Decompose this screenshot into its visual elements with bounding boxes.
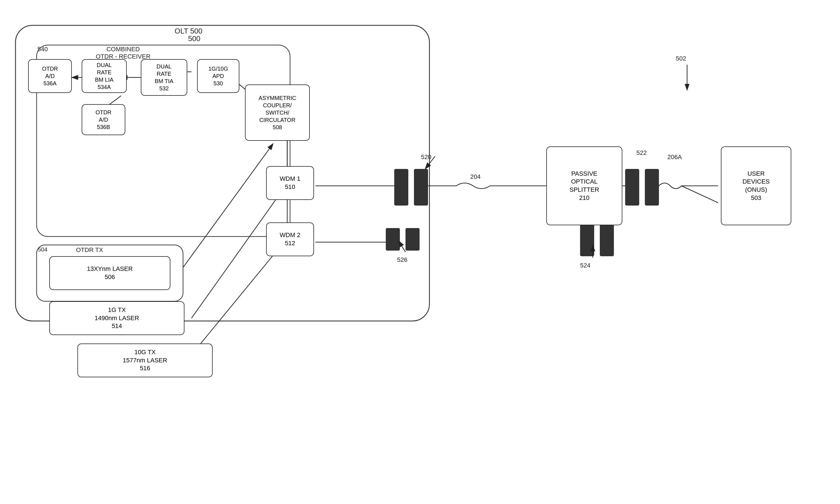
user-devices-box: USERDEVICES(ONUS)503 (721, 146, 791, 225)
passive-splitter-box: PASSIVEOPTICALSPLITTER210 (546, 146, 622, 225)
asym-coupler-label: ASYMMETRICCOUPLER/SWITCH/CIRCULATOR508 (258, 94, 296, 131)
dual-rate-bm-tia-box: DUALRATEBM TIA532 (141, 59, 187, 96)
num-502-label: 502 (676, 55, 686, 62)
apd-530-label: 1G/10GAPD530 (208, 65, 228, 87)
dual-rate-bm-tia-label: DUALRATEBM TIA532 (155, 63, 173, 92)
svg-line-9 (183, 144, 273, 268)
tx-10g-label: 10G TX1577nm LASER516 (123, 348, 167, 373)
svg-rect-19 (645, 169, 659, 205)
tx-10g-box: 10G TX1577nm LASER516 (77, 343, 213, 377)
svg-line-11 (192, 245, 282, 355)
combined-otdr-num: 540 (37, 46, 48, 53)
wdm2-label: WDM 2512 (280, 231, 300, 247)
otdr-ad-536a-box: OTDRA/D536A (28, 59, 72, 93)
otdr-tx-label: OTDR TX (76, 246, 103, 254)
otdr-ad-536b-box: OTDRA/D536B (82, 104, 125, 135)
num-204-label: 204 (470, 173, 481, 180)
passive-splitter-label: PASSIVEOPTICALSPLITTER210 (569, 170, 599, 202)
apd-530-box: 1G/10GAPD530 (197, 59, 239, 93)
svg-rect-14 (394, 169, 408, 205)
combined-otdr-label: COMBINEDOTDR - RECEIVER (96, 46, 150, 60)
dual-rate-bm-lia-box: DUALRATEBM LIA534A (82, 59, 127, 93)
wdm2-box: WDM 2512 (266, 222, 314, 256)
num-520-label: 520 (421, 154, 431, 161)
num-526-label: 526 (397, 256, 408, 264)
otdr-ad-536a-label: OTDRA/D536A (42, 65, 58, 87)
svg-line-25 (681, 186, 718, 203)
otdr-ad-536b-label: OTDRA/D536B (95, 109, 111, 131)
svg-rect-18 (625, 169, 639, 205)
laser-506-label: 13XYnm LASER506 (87, 265, 133, 281)
dual-rate-bm-lia-label: DUALRATEBM LIA534A (95, 61, 113, 91)
svg-rect-15 (414, 169, 428, 205)
wdm1-label: WDM 1510 (280, 175, 300, 191)
asym-coupler-box: ASYMMETRICCOUPLER/SWITCH/CIRCULATOR508 (245, 85, 310, 141)
svg-rect-23 (406, 228, 419, 251)
num-522-label: 522 (637, 149, 647, 157)
olt-num: 500 (188, 34, 200, 43)
laser-506-box: 13XYnm LASER506 (49, 256, 171, 290)
svg-rect-22 (386, 228, 400, 251)
otdr-tx-num: 504 (38, 246, 47, 253)
num-206a-label: 206A (667, 154, 682, 161)
user-devices-label: USERDEVICES(ONUS)503 (743, 170, 770, 202)
wdm1-box: WDM 1510 (266, 166, 314, 200)
tx-1g-label: 1G TX1490nm LASER514 (95, 306, 139, 330)
num-524-label: 524 (580, 262, 590, 269)
tx-1g-box: 1G TX1490nm LASER514 (49, 301, 184, 335)
